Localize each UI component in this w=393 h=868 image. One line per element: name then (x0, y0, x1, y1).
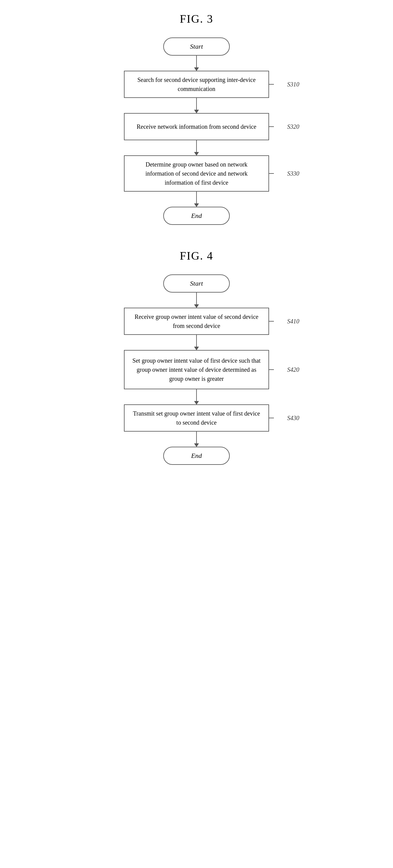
fig4-start-node: Start (163, 274, 230, 292)
step310-label: S310 (287, 81, 299, 88)
fig4-step430-node: Transmit set group owner intent value of… (124, 404, 269, 432)
fig4-step420-row: Set group owner intent value of first de… (124, 350, 269, 389)
arrow-2 (196, 98, 197, 113)
fig3-flowchart: Start Search for second device supportin… (124, 37, 269, 225)
step310-line (269, 84, 274, 85)
figure-4-section: FIG. 4 Start Receive group owner intent … (0, 249, 393, 465)
fig3-step330-row: Determine group owner based on network i… (124, 155, 269, 192)
arrow-1 (196, 56, 197, 71)
step410-line (269, 321, 274, 321)
step420-label: S420 (287, 366, 299, 373)
arrow-6 (196, 335, 197, 350)
fig3-title: FIG. 3 (180, 12, 213, 25)
fig4-step430-row: Transmit set group owner intent value of… (124, 404, 269, 432)
arrow-4 (196, 192, 197, 207)
step320-line (269, 126, 274, 127)
fig3-step320-row: Receive network information from second … (124, 113, 269, 140)
step330-line (269, 173, 274, 174)
step430-line (269, 418, 274, 418)
fig3-step330-node: Determine group owner based on network i… (124, 155, 269, 192)
step420-line (269, 369, 274, 370)
fig4-end-node: End (163, 447, 230, 465)
step410-label: S410 (287, 318, 299, 325)
fig3-start-node: Start (163, 37, 230, 56)
step320-label: S320 (287, 123, 299, 130)
fig4-title: FIG. 4 (180, 249, 213, 262)
figure-3-section: FIG. 3 Start Search for second device su… (0, 12, 393, 225)
arrow-3 (196, 140, 197, 155)
fig4-flowchart: Start Receive group owner intent value o… (124, 274, 269, 465)
fig4-step410-row: Receive group owner intent value of seco… (124, 308, 269, 335)
fig3-step310-row: Search for second device supporting inte… (124, 71, 269, 98)
fig4-step410-node: Receive group owner intent value of seco… (124, 308, 269, 335)
step330-label: S330 (287, 170, 299, 177)
fig3-step310-node: Search for second device supporting inte… (124, 71, 269, 98)
fig3-step320-node: Receive network information from second … (124, 113, 269, 140)
fig4-step420-node: Set group owner intent value of first de… (124, 350, 269, 389)
arrow-8 (196, 432, 197, 447)
arrow-7 (196, 389, 197, 404)
step430-label: S430 (287, 415, 299, 422)
arrow-5 (196, 292, 197, 308)
fig3-end-node: End (163, 207, 230, 225)
